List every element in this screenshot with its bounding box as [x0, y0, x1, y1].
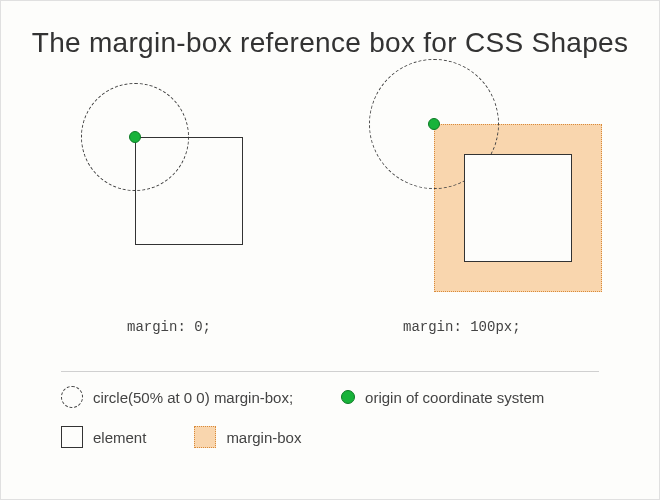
- element-box-icon: [464, 154, 572, 262]
- origin-dot-icon: [341, 390, 355, 404]
- legend-item-element: element: [61, 426, 146, 448]
- square-icon: [61, 426, 83, 448]
- page-title: The margin-box reference box for CSS Sha…: [1, 1, 659, 59]
- caption-right: margin: 100px;: [403, 319, 521, 335]
- legend-row: element margin-box: [61, 426, 599, 448]
- dashed-circle-icon: [61, 386, 83, 408]
- caption-left: margin: 0;: [127, 319, 211, 335]
- legend-row: circle(50% at 0 0) margin-box; origin of…: [61, 386, 599, 408]
- captions-row: margin: 0; margin: 100px;: [1, 319, 659, 353]
- legend-label: origin of coordinate system: [365, 389, 544, 406]
- legend-item-circle: circle(50% at 0 0) margin-box;: [61, 386, 293, 408]
- origin-dot-icon: [428, 118, 440, 130]
- legend-item-origin: origin of coordinate system: [341, 389, 544, 406]
- legend-label: element: [93, 429, 146, 446]
- legend-item-marginbox: margin-box: [194, 426, 301, 448]
- margin-box-icon: [194, 426, 216, 448]
- diagram-stage: [1, 59, 659, 319]
- divider: [61, 371, 599, 372]
- element-box-icon: [135, 137, 243, 245]
- legend-label: margin-box: [226, 429, 301, 446]
- legend-label: circle(50% at 0 0) margin-box;: [93, 389, 293, 406]
- origin-dot-icon: [129, 131, 141, 143]
- legend: circle(50% at 0 0) margin-box; origin of…: [1, 386, 659, 448]
